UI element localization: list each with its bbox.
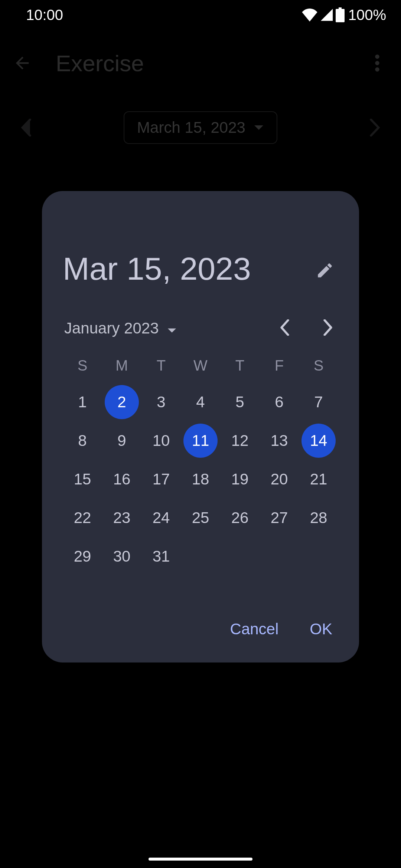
calendar-day-number: 1 [65, 385, 100, 419]
weekday-header: M [102, 357, 141, 374]
calendar-day-cell[interactable]: 9 [102, 421, 141, 460]
calendar-day-number: 20 [262, 462, 296, 496]
calendar-day-number: 24 [144, 501, 178, 535]
status-time: 10:00 [26, 7, 63, 23]
calendar-day-number: 13 [262, 424, 296, 458]
calendar-day-number: 15 [65, 462, 100, 496]
calendar-day-number: 10 [144, 424, 178, 458]
calendar-day-empty [299, 537, 338, 576]
cellular-icon [320, 8, 333, 22]
calendar-day-cell[interactable]: 14 [299, 421, 338, 460]
calendar-day-cell[interactable]: 31 [141, 537, 181, 576]
weekday-header: T [220, 357, 260, 374]
calendar-day-cell[interactable]: 28 [299, 499, 338, 537]
battery-icon [336, 7, 345, 22]
calendar-day-number: 22 [65, 501, 100, 535]
calendar-day-cell[interactable]: 21 [299, 460, 338, 499]
calendar-day-number: 17 [144, 462, 178, 496]
calendar-day-number: 25 [183, 501, 218, 535]
weekday-header: T [141, 357, 181, 374]
calendar-day-number: 2 [105, 385, 139, 419]
dialog-actions: Cancel OK [63, 617, 338, 642]
calendar-day-cell[interactable]: 8 [63, 421, 102, 460]
ok-button[interactable]: OK [307, 617, 335, 642]
calendar-day-number: 30 [105, 539, 139, 573]
calendar-day-cell[interactable]: 23 [102, 499, 141, 537]
calendar-day-cell[interactable]: 12 [220, 421, 260, 460]
calendar-day-cell[interactable]: 17 [141, 460, 181, 499]
calendar-day-number: 3 [144, 385, 178, 419]
calendar-day-cell[interactable]: 15 [63, 460, 102, 499]
calendar-day-cell[interactable]: 3 [141, 383, 181, 421]
calendar-day-cell[interactable]: 29 [63, 537, 102, 576]
calendar-day-number: 29 [65, 539, 100, 573]
battery-percent: 100% [348, 7, 386, 23]
calendar-day-cell[interactable]: 18 [181, 460, 220, 499]
calendar-day-number: 26 [223, 501, 257, 535]
calendar-day-cell[interactable]: 2 [102, 383, 141, 421]
date-picker-dialog: Mar 15, 2023 January 2023 S M T [42, 191, 359, 662]
calendar-day-number: 9 [105, 424, 139, 458]
chevron-right-icon [323, 319, 333, 337]
calendar-day-number: 11 [183, 424, 218, 458]
pencil-icon [316, 261, 334, 281]
calendar-day-number: 27 [262, 501, 296, 535]
calendar-day-cell[interactable]: 25 [181, 499, 220, 537]
month-year-selector[interactable]: January 2023 [63, 319, 177, 337]
status-bar: 10:00 100% [0, 0, 401, 30]
weekday-header: W [181, 357, 220, 374]
calendar-day-number: 18 [183, 462, 218, 496]
month-year-label: January 2023 [64, 319, 159, 337]
status-icons: 100% [301, 7, 386, 23]
calendar-day-cell[interactable]: 20 [260, 460, 299, 499]
calendar-day-cell[interactable]: 24 [141, 499, 181, 537]
calendar-day-cell[interactable]: 4 [181, 383, 220, 421]
calendar-day-cell[interactable]: 7 [299, 383, 338, 421]
calendar-day-cell[interactable]: 5 [220, 383, 260, 421]
calendar-day-cell[interactable]: 30 [102, 537, 141, 576]
calendar-day-cell[interactable]: 13 [260, 421, 299, 460]
calendar-day-cell[interactable]: 16 [102, 460, 141, 499]
calendar-day-number: 19 [223, 462, 257, 496]
calendar-day-number: 7 [301, 385, 336, 419]
calendar-grid: 1234567891011121314151617181920212223242… [63, 383, 338, 576]
calendar-day-number: 6 [262, 385, 296, 419]
calendar-day-cell[interactable]: 6 [260, 383, 299, 421]
calendar-day-cell[interactable]: 10 [141, 421, 181, 460]
calendar-day-number: 5 [223, 385, 257, 419]
dropdown-icon [167, 319, 177, 337]
weekday-header: F [260, 357, 299, 374]
next-month-button[interactable] [317, 318, 338, 339]
calendar-day-cell[interactable]: 26 [220, 499, 260, 537]
calendar-day-cell[interactable]: 22 [63, 499, 102, 537]
calendar-day-empty [181, 537, 220, 576]
calendar-day-number: 21 [301, 462, 336, 496]
calendar-day-empty [260, 537, 299, 576]
calendar-day-number: 31 [144, 539, 178, 573]
calendar-day-cell[interactable]: 11 [181, 421, 220, 460]
calendar-day-number: 12 [223, 424, 257, 458]
calendar-day-number: 16 [105, 462, 139, 496]
calendar-day-number: 23 [105, 501, 139, 535]
calendar-day-cell[interactable]: 1 [63, 383, 102, 421]
calendar-day-cell[interactable]: 19 [220, 460, 260, 499]
cancel-button[interactable]: Cancel [228, 617, 281, 642]
edit-date-button[interactable] [312, 258, 338, 285]
wifi-icon [301, 8, 318, 22]
calendar-day-number: 4 [183, 385, 218, 419]
picker-selected-date: Mar 15, 2023 [63, 253, 251, 285]
calendar-day-cell[interactable]: 27 [260, 499, 299, 537]
weekday-header: S [63, 357, 102, 374]
calendar-day-number: 14 [301, 424, 336, 458]
weekday-header: S [299, 357, 338, 374]
prev-month-button[interactable] [274, 318, 295, 339]
gesture-bar [149, 858, 252, 861]
chevron-left-icon [280, 319, 290, 337]
calendar-day-number: 8 [65, 424, 100, 458]
calendar-day-number: 28 [301, 501, 336, 535]
weekday-header-row: S M T W T F S [63, 357, 338, 374]
calendar-day-empty [220, 537, 260, 576]
